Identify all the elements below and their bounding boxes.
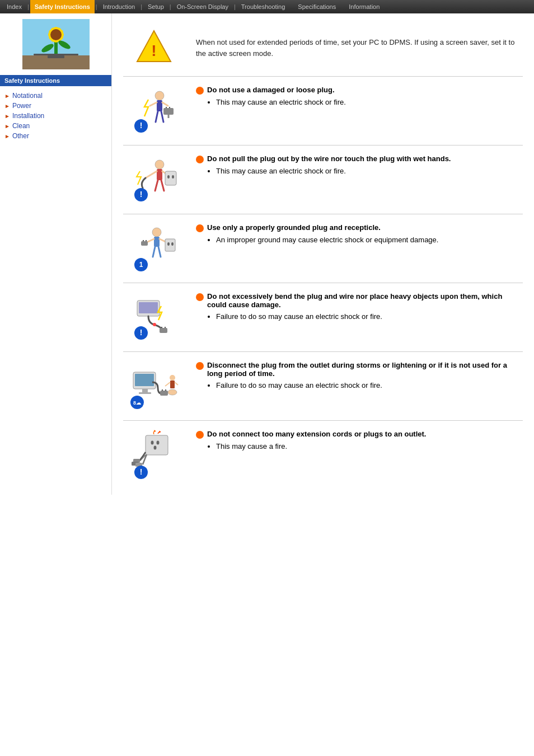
entry1-bullet-1: This may cause an electric shock or fire…	[216, 98, 523, 106]
svg-text:!: !	[140, 121, 143, 130]
entry3-heading-text: Use only a properly grounded plug and re…	[207, 223, 381, 232]
main-container: Safety Instructions ► Notational ► Power…	[0, 13, 534, 495]
nav-information[interactable]: Information	[344, 0, 384, 13]
svg-rect-24	[163, 108, 174, 115]
nav-safety-instructions[interactable]: Safety Instructions	[30, 0, 95, 13]
arrow-installation: ►	[4, 113, 10, 119]
arrow-clean: ►	[4, 123, 10, 129]
bend-plug-icon: !	[129, 292, 179, 342]
svg-rect-43	[141, 241, 148, 246]
entry4-icon-area: !	[123, 292, 185, 342]
sidebar-label-clean: Clean	[12, 122, 30, 130]
nav-setup[interactable]: Setup	[143, 0, 168, 13]
content-area: ! When not used for extended periods of …	[112, 13, 534, 495]
sidebar-label-installation: Installation	[12, 112, 44, 120]
entry4-heading: Do not excessively bend the plug and wir…	[196, 292, 523, 309]
svg-line-71	[165, 382, 170, 386]
svg-rect-40	[154, 237, 160, 247]
entry5-heading-text: Disconnect the plug from the outlet duri…	[207, 361, 523, 378]
sidebar-item-power[interactable]: ► Power	[0, 101, 111, 111]
entry3-bullet-1: An improper ground may cause electric sh…	[216, 236, 523, 244]
dpms-icon-area: !	[123, 28, 185, 67]
svg-text:8☁: 8☁	[133, 400, 141, 406]
entry4-text-area: Do not excessively bend the plug and wir…	[196, 292, 523, 321]
safety-entry-6: ! Do not connect too many extension cord…	[123, 421, 523, 489]
entry1-text-area: Do not use a damaged or loose plug. This…	[196, 86, 523, 106]
svg-text:!: !	[140, 190, 143, 199]
entry2-text-area: Do not pull the plug out by the wire nor…	[196, 154, 523, 175]
nav-onscreen-display[interactable]: On-Screen Display	[172, 0, 233, 13]
svg-line-33	[161, 180, 164, 191]
svg-rect-75	[146, 435, 168, 455]
sidebar-item-notational[interactable]: ► Notational	[0, 91, 111, 101]
svg-rect-64	[139, 392, 151, 394]
dpms-text-area: When not used for extended periods of ti…	[196, 28, 523, 59]
svg-line-20	[156, 111, 158, 122]
sidebar-label-power: Power	[12, 102, 31, 110]
entry6-bullets: This may cause a fire.	[207, 442, 523, 450]
svg-point-39	[152, 228, 161, 237]
nav-introduction[interactable]: Introduction	[99, 0, 139, 13]
safety-entry-3: 1 Use only a properly grounded plug and …	[123, 214, 523, 283]
svg-text:!: !	[140, 467, 143, 476]
svg-point-77	[157, 441, 160, 445]
entry3-text-area: Use only a properly grounded plug and re…	[196, 223, 523, 244]
entry2-heading-text: Do not pull the plug out by the wire nor…	[207, 154, 451, 163]
entry6-text-area: Do not connect too many extension cords …	[196, 430, 523, 450]
warning-triangle-icon: !	[134, 28, 174, 67]
nav-specifications[interactable]: Specifications	[293, 0, 340, 13]
nav-index[interactable]: Index	[2, 0, 26, 13]
entry3-dot	[196, 224, 204, 232]
svg-line-21	[161, 111, 163, 122]
entry1-dot	[196, 87, 204, 95]
svg-line-47	[158, 247, 161, 257]
safety-entry-dpms: ! When not used for extended periods of …	[123, 19, 523, 77]
nav-sep-5: |	[233, 3, 237, 10]
svg-line-30	[146, 171, 157, 178]
svg-rect-48	[165, 239, 175, 251]
nav-troubleshooting[interactable]: Troubleshooting	[237, 0, 289, 13]
svg-point-76	[151, 441, 154, 445]
entry4-bullets: Failure to do so may cause an electric s…	[207, 312, 523, 321]
nav-sep-6	[289, 3, 293, 10]
svg-line-18	[150, 102, 157, 106]
sidebar-item-other[interactable]: ► Other	[0, 131, 111, 141]
svg-point-50	[171, 242, 174, 246]
nav-sep-2: |	[95, 3, 99, 10]
svg-rect-36	[165, 171, 176, 185]
entry3-heading: Use only a properly grounded plug and re…	[196, 223, 523, 232]
svg-point-49	[167, 242, 170, 246]
svg-text:1: 1	[139, 261, 143, 269]
svg-rect-29	[157, 169, 162, 180]
navigation-bar: Index | Safety Instructions | Introducti…	[0, 0, 534, 13]
sidebar-title: Safety Instructions	[0, 75, 111, 86]
nav-sep-7	[340, 3, 344, 10]
svg-point-9	[50, 29, 62, 40]
svg-point-16	[155, 91, 164, 100]
entry3-bullets: An improper ground may cause electric sh…	[207, 236, 523, 244]
entry5-icon-area: 8☁	[123, 361, 185, 411]
entry5-bullet-1: Failure to do so may cause an electric s…	[216, 381, 523, 389]
disconnect-plug-icon: 8☁	[129, 361, 179, 411]
svg-rect-54	[139, 302, 158, 313]
entry2-dot	[196, 156, 204, 163]
svg-line-72	[175, 382, 178, 385]
entry6-bullet-1: This may cause a fire.	[216, 442, 523, 450]
safety-entry-2: ! Do not pull the plug out by the wire n…	[123, 145, 523, 214]
entry1-icon-area: !	[123, 86, 185, 136]
svg-point-28	[155, 160, 164, 169]
wet-hands-icon: !	[129, 154, 179, 205]
sidebar-item-clean[interactable]: ► Clean	[0, 121, 111, 131]
sidebar-item-installation[interactable]: ► Installation	[0, 111, 111, 121]
svg-point-68	[168, 389, 177, 395]
nav-sep-1: |	[26, 3, 30, 10]
entry1-heading-text: Do not use a damaged or loose plug.	[207, 86, 335, 94]
entry2-heading: Do not pull the plug out by the wire nor…	[196, 154, 523, 163]
entry4-bullet-1: Failure to do so may cause an electric s…	[216, 312, 523, 321]
svg-line-32	[155, 180, 158, 191]
dpms-text: When not used for extended periods of ti…	[196, 37, 523, 59]
entry5-bullets: Failure to do so may cause an electric s…	[207, 381, 523, 389]
extension-cords-icon: !	[129, 430, 179, 480]
svg-line-19	[162, 102, 168, 106]
arrow-notational: ►	[4, 93, 10, 99]
